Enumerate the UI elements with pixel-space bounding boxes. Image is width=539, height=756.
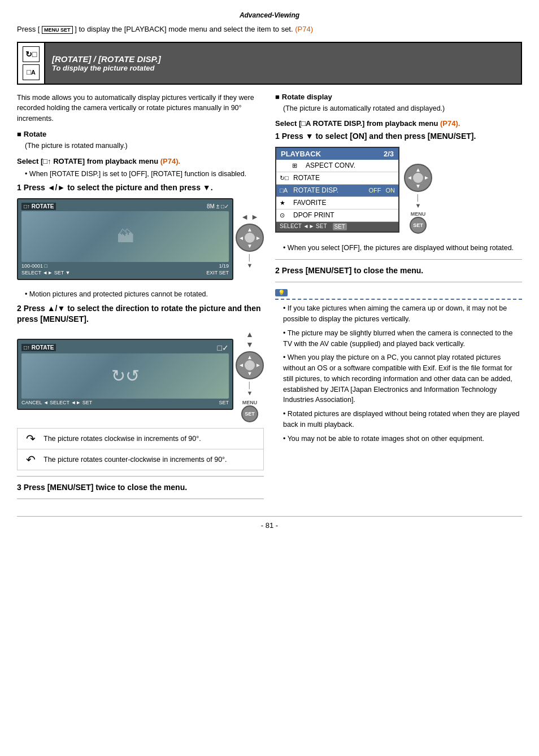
lcd-top-bar-1: □↑ ROTATE 8M ± □✓: [21, 203, 229, 210]
rotdisp-label: ROTATE DISP.: [293, 186, 367, 194]
note-dashes: [275, 299, 522, 300]
rotate-icon-2: □A: [23, 64, 40, 80]
pb-menu-footer-text: SELECT ◄► SET: [280, 223, 327, 230]
ctrl-pad-1: ▲ ▼ ◄ ►: [236, 224, 264, 252]
lcd-rotate-arrows: ↻: [111, 366, 125, 386]
two-col-layout: This mode allows you to automatically di…: [17, 93, 522, 505]
intro-link: (P74): [295, 25, 313, 33]
down-arrow-point: ▼: [247, 262, 253, 269]
intro-line: Press [ MENU SET ] to display the [PLAYB…: [17, 25, 522, 34]
pb-menu-page: 2/3: [384, 150, 394, 158]
lcd-counter-1: 100-0001 □: [21, 263, 47, 269]
rotate-sub-header: (The picture is rotated manually.): [25, 141, 264, 151]
ctrl-right-2: ►: [255, 362, 261, 368]
lcd-screen-1: □↑ ROTATE 8M ± □✓ 🏔 100-0001 □ 1/19 SELE…: [17, 198, 233, 280]
rotate-icon-1: ↻□: [23, 46, 40, 62]
ctrl-wrapper-1: ◄ ► ▲ ▼ ◄ ►: [236, 212, 264, 269]
rotate-cw-text: The picture rotates clockwise in increme…: [44, 435, 201, 443]
rotate-cw-icon: ↷: [22, 432, 39, 445]
pb-menu-table: PLAYBACK 2/3 ⊞ ASPECT CONV. ↻□ ROTATE: [275, 147, 399, 233]
description: This mode allows you to automatically di…: [17, 93, 264, 124]
rotate-bullet2: Motion pictures and protected pictures c…: [25, 289, 264, 300]
lcd-cancel-2: CANCEL ◄ SELECT ◄► SET: [21, 400, 92, 405]
aspect-icon: ⊞: [292, 162, 303, 169]
divider-2: [17, 499, 264, 499]
down-line-3: │: [416, 194, 420, 201]
rotate-disp-step1-header: 1 Press ▼ to select [ON] and then press …: [275, 131, 522, 142]
pb-menu-row-dpof: ⊙ DPOF PRINT: [276, 209, 398, 222]
lcd-icon-2: □✓: [218, 343, 229, 352]
note-box: 💡 If you take pictures when aiming the c…: [275, 288, 522, 444]
rotate-disp-section: Rotate display (The picture is automatic…: [275, 93, 522, 444]
lcd-footer-2: CANCEL ◄ SELECT ◄► SET SET: [21, 400, 229, 405]
rotate-disp-header: Rotate display: [275, 93, 522, 101]
ctrl-lr-2: ◄ ►: [237, 352, 263, 378]
tb-arrow-down: ▼: [246, 340, 254, 349]
ctrl-pad-2: ▲ ▼ ◄ ►: [236, 351, 264, 379]
set-label: SET: [245, 411, 255, 417]
ctrl-down-3: │ ▼: [415, 194, 421, 209]
dpof-icon: ⊙: [280, 212, 291, 219]
lcd-page-1: 1/19: [219, 263, 229, 269]
note-item: You may not be able to rotate images sho…: [283, 434, 522, 444]
lr-arrow-right: ►: [251, 212, 259, 221]
lcd-image-1: 🏔: [21, 211, 229, 262]
pb-menu-row-aspect: ⊞ ASPECT CONV.: [276, 160, 398, 172]
lr-arrow-left: ◄: [241, 212, 249, 221]
lcd-top-bar-2: □↑ ROTATE □✓: [21, 343, 229, 352]
ctrl-lr-3: ◄ ►: [405, 165, 431, 191]
rotate-section: Rotate (The picture is rotated manually.…: [17, 130, 264, 500]
col-right: Rotate display (The picture is automatic…: [275, 93, 522, 505]
lcd-set-2: SET: [219, 400, 229, 405]
lcd-wrapper-2: □↑ ROTATE □✓ ↻ ↺ CANCEL ◄ SELECT ◄► SET …: [17, 339, 233, 413]
menu-set-icon: MENU SET: [42, 26, 73, 34]
rotate-row-icon: ↻□: [280, 174, 291, 182]
aspect-label: ASPECT CONV.: [306, 161, 395, 169]
rotate-select-line: Select [□↑ ROTATE] from playback menu (P…: [17, 157, 264, 165]
lcd-label-2: □↑ ROTATE: [21, 344, 56, 351]
page-header: Advanced-Viewing: [17, 11, 522, 19]
menu-label-area: MENU SET: [241, 400, 258, 422]
rotate-ccw-icon: ↶: [22, 453, 39, 466]
lcd-exit-1: EXIT SET: [206, 270, 229, 276]
pb-menu-row-rotate: ↻□ ROTATE: [276, 172, 398, 185]
pb-menu-footer: SELECT ◄► SET SET: [276, 222, 398, 231]
pb-menu-title: PLAYBACK: [281, 150, 321, 158]
ctrl-lr-1: ◄ ►: [237, 225, 263, 251]
tb-arrow-up: ▲: [246, 330, 254, 339]
main-title: [ROTATE] / [ROTATE DISP.]: [52, 54, 514, 64]
rotate-ccw-row: ↶ The picture rotates counter-clockwise …: [18, 449, 263, 470]
lcd-bottom-1: 100-0001 □ 1/19: [21, 263, 229, 269]
lcd-select-1: SELECT ◄► SET ▼: [21, 270, 70, 276]
fav-label: FAVORITE: [293, 199, 395, 207]
menu-label: MENU: [242, 400, 258, 405]
ctrl-wrapper-2: ▲ ▼ ▲ ▼ ◄ ►: [236, 330, 264, 422]
ctrl-left-3: ◄: [407, 174, 412, 181]
lcd-screen-2: □↑ ROTATE □✓ ↻ ↺ CANCEL ◄ SELECT ◄► SET …: [17, 339, 233, 410]
intro-text: Press [: [17, 25, 40, 33]
set-btn-3: SET: [410, 217, 427, 234]
menu-label-3: MENU: [411, 211, 426, 217]
divider-3: [275, 259, 522, 260]
play-icon: [280, 161, 288, 169]
rotate-disp-step2-header: 2 Press [MENU/SET] to close the menu.: [275, 265, 522, 277]
rotate-disp-sub-header: (The picture is automatically rotated an…: [283, 103, 522, 114]
pb-menu-area: PLAYBACK 2/3 ⊞ ASPECT CONV. ↻□ ROTATE: [275, 147, 522, 237]
lcd-rotate-arrows-2: ↺: [125, 366, 140, 386]
pb-menu-header: PLAYBACK 2/3: [276, 148, 398, 160]
rotate-step3-header: 3 Press [MENU/SET] twice to close the me…: [17, 482, 264, 493]
title-icons: ↻□ □A: [18, 43, 45, 84]
pb-menu-row-fav: ★ FAVORITE: [276, 197, 398, 209]
lcd-footer-1: SELECT ◄► SET ▼ EXIT SET: [21, 270, 229, 276]
pb-menu-row-rotdisp: □A ROTATE DISP. OFF ON: [276, 185, 398, 197]
note-icon: 💡: [275, 289, 288, 296]
menu-set-area-3: MENU SET: [410, 211, 427, 234]
rotate-step2-screen: □↑ ROTATE □✓ ↻ ↺ CANCEL ◄ SELECT ◄► SET …: [17, 330, 264, 422]
ctrl-right-1: ►: [255, 235, 261, 241]
page-footer: - 81 -: [17, 516, 522, 530]
rotate-cw-row: ↷ The picture rotates clockwise in incre…: [18, 429, 263, 449]
ctrl-right-3: ►: [424, 174, 429, 181]
rotate-step1-screen: □↑ ROTATE 8M ± □✓ 🏔 100-0001 □ 1/19 SELE…: [17, 198, 264, 283]
lcd-info-1: 8M ± □✓: [207, 203, 229, 209]
set-label-3: SET: [413, 222, 423, 228]
